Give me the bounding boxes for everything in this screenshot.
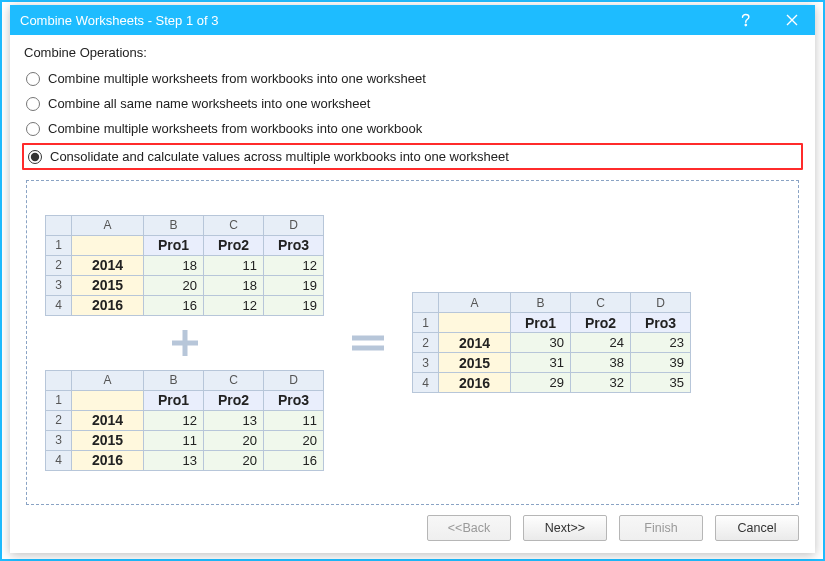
value-cell: 35: [631, 373, 691, 393]
value-cell: 12: [204, 295, 264, 315]
option-label: Combine all same name worksheets into on…: [48, 96, 370, 111]
value-cell: 18: [204, 275, 264, 295]
radio-consolidate-calculate[interactable]: [28, 150, 42, 164]
column-header: Pro1: [511, 313, 571, 333]
value-cell: 38: [571, 353, 631, 373]
option-label: Consolidate and calculate values across …: [50, 149, 509, 164]
value-cell: 16: [144, 295, 204, 315]
preview-panel: ABCD1Pro1Pro2Pro322014181112320152018194…: [26, 180, 799, 505]
column-letter: D: [631, 293, 691, 313]
value-cell: 39: [631, 353, 691, 373]
column-header: Pro2: [204, 235, 264, 255]
value-cell: 20: [264, 430, 324, 450]
year-cell: 2015: [72, 275, 144, 295]
value-cell: 12: [264, 255, 324, 275]
option-label: Combine multiple worksheets from workboo…: [48, 121, 422, 136]
value-cell: 13: [204, 410, 264, 430]
year-cell: 2016: [72, 295, 144, 315]
section-heading: Combine Operations:: [24, 45, 803, 60]
year-cell: 2016: [439, 373, 511, 393]
option-consolidate-calculate[interactable]: Consolidate and calculate values across …: [26, 146, 799, 167]
year-cell: 2016: [72, 450, 144, 470]
option-combine-into-one-workbook[interactable]: Combine multiple worksheets from workboo…: [22, 116, 803, 141]
option-combine-into-one-worksheet[interactable]: Combine multiple worksheets from workboo…: [22, 66, 803, 91]
row-header-blank: [439, 313, 511, 333]
column-letter: B: [144, 215, 204, 235]
column-letter: C: [204, 215, 264, 235]
column-header: Pro3: [264, 390, 324, 410]
dialog-window: Combine Worksheets - Step 1 of 3 Combine…: [10, 5, 815, 553]
year-cell: 2015: [72, 430, 144, 450]
value-cell: 13: [144, 450, 204, 470]
column-letter: D: [264, 215, 324, 235]
value-cell: 29: [511, 373, 571, 393]
value-cell: 32: [571, 373, 631, 393]
year-cell: 2014: [72, 410, 144, 430]
radio-combine-one-worksheet[interactable]: [26, 72, 40, 86]
preview-inputs-stack: ABCD1Pro1Pro2Pro322014181112320152018194…: [45, 215, 324, 471]
year-cell: 2014: [439, 333, 511, 353]
column-letter: C: [204, 370, 264, 390]
selected-option-highlight: Consolidate and calculate values across …: [22, 143, 803, 170]
value-cell: 20: [204, 450, 264, 470]
svg-point-0: [745, 24, 747, 26]
dialog-button-row: <<Back Next>> Finish Cancel: [22, 505, 803, 543]
row-header-blank: [72, 390, 144, 410]
help-button[interactable]: [723, 5, 769, 35]
cancel-button[interactable]: Cancel: [715, 515, 799, 541]
plus-icon: [168, 326, 202, 360]
radio-combine-same-name[interactable]: [26, 97, 40, 111]
column-letter: B: [511, 293, 571, 313]
window-title: Combine Worksheets - Step 1 of 3: [20, 13, 723, 28]
row-header-blank: [72, 235, 144, 255]
preview-table-result: ABCD1Pro1Pro2Pro322014302423320153138394…: [412, 292, 691, 393]
value-cell: 19: [264, 275, 324, 295]
value-cell: 20: [144, 275, 204, 295]
column-header: Pro2: [571, 313, 631, 333]
value-cell: 11: [264, 410, 324, 430]
value-cell: 12: [144, 410, 204, 430]
value-cell: 24: [571, 333, 631, 353]
column-letter: B: [144, 370, 204, 390]
value-cell: 20: [204, 430, 264, 450]
year-cell: 2015: [439, 353, 511, 373]
preview-table-top: ABCD1Pro1Pro2Pro322014181112320152018194…: [45, 215, 324, 316]
column-letter: A: [72, 370, 144, 390]
year-cell: 2014: [72, 255, 144, 275]
value-cell: 30: [511, 333, 571, 353]
finish-button: Finish: [619, 515, 703, 541]
equals-icon: [348, 328, 388, 358]
next-button[interactable]: Next>>: [523, 515, 607, 541]
column-letter: A: [72, 215, 144, 235]
dialog-body: Combine Operations: Combine multiple wor…: [10, 35, 815, 553]
column-header: Pro3: [631, 313, 691, 333]
column-header: Pro1: [144, 390, 204, 410]
value-cell: 23: [631, 333, 691, 353]
value-cell: 11: [144, 430, 204, 450]
option-label: Combine multiple worksheets from workboo…: [48, 71, 426, 86]
combine-operations-group: Combine multiple worksheets from workboo…: [22, 66, 803, 170]
value-cell: 11: [204, 255, 264, 275]
column-header: Pro2: [204, 390, 264, 410]
value-cell: 18: [144, 255, 204, 275]
back-button: <<Back: [427, 515, 511, 541]
value-cell: 31: [511, 353, 571, 373]
preview-table-bottom: ABCD1Pro1Pro2Pro322014121311320151120204…: [45, 370, 324, 471]
column-letter: A: [439, 293, 511, 313]
column-letter: C: [571, 293, 631, 313]
radio-combine-one-workbook[interactable]: [26, 122, 40, 136]
column-header: Pro1: [144, 235, 204, 255]
value-cell: 19: [264, 295, 324, 315]
column-letter: D: [264, 370, 324, 390]
column-header: Pro3: [264, 235, 324, 255]
option-combine-same-name[interactable]: Combine all same name worksheets into on…: [22, 91, 803, 116]
close-button[interactable]: [769, 5, 815, 35]
value-cell: 16: [264, 450, 324, 470]
titlebar: Combine Worksheets - Step 1 of 3: [10, 5, 815, 35]
